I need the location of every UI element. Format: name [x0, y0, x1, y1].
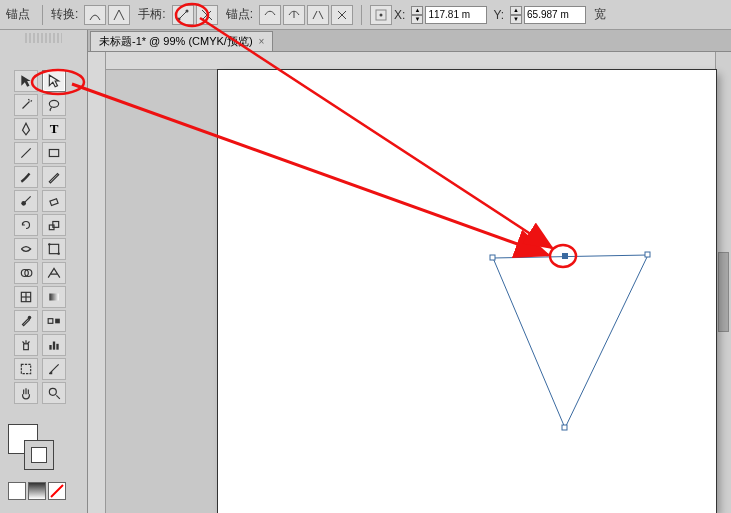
svg-rect-12 — [50, 199, 58, 206]
svg-point-32 — [49, 388, 56, 395]
svg-rect-25 — [48, 319, 53, 324]
svg-rect-10 — [49, 150, 58, 157]
anchor-remove-button[interactable] — [259, 5, 281, 25]
free-transform-tool[interactable] — [42, 238, 66, 260]
hand-tool[interactable] — [14, 382, 38, 404]
rectangle-tool[interactable] — [42, 142, 66, 164]
convert-smooth-button[interactable] — [84, 5, 106, 25]
svg-line-34 — [51, 485, 63, 497]
scale-tool[interactable] — [42, 214, 66, 236]
svg-rect-29 — [53, 342, 55, 350]
svg-point-2 — [185, 9, 188, 12]
brush-tool[interactable] — [14, 166, 38, 188]
width-tool[interactable] — [14, 238, 38, 260]
y-stepper[interactable]: ▲▼ — [510, 6, 522, 24]
divider — [361, 5, 362, 25]
blob-brush-tool[interactable] — [14, 190, 38, 212]
shape-builder-tool[interactable] — [14, 262, 38, 284]
svg-rect-36 — [645, 252, 650, 257]
svg-point-1 — [177, 17, 180, 20]
toolbox: T — [0, 30, 88, 513]
document-tab-title: 未标题-1* @ 99% (CMYK/预览) — [99, 34, 253, 49]
svg-rect-15 — [49, 244, 58, 253]
pencil-tool[interactable] — [42, 166, 66, 188]
eyedropper-tool[interactable] — [14, 310, 38, 332]
color-mode-row — [8, 482, 66, 500]
anchor-cut-button[interactable] — [331, 5, 353, 25]
symbol-sprayer-tool[interactable] — [14, 334, 38, 356]
y-input[interactable] — [524, 6, 586, 24]
anchor-add-button[interactable] — [283, 5, 305, 25]
handle-show-button[interactable] — [172, 5, 194, 25]
column-graph-tool[interactable] — [42, 334, 66, 356]
pen-tool[interactable] — [14, 118, 38, 140]
scrollbar-thumb[interactable] — [718, 252, 729, 332]
control-bar: 锚点 转换: 手柄: 锚点: X: ▲▼ Y: ▲▼ 宽 — [0, 0, 731, 30]
document-tab[interactable]: 未标题-1* @ 99% (CMYK/预览) × — [90, 31, 273, 51]
vertical-scrollbar[interactable] — [715, 52, 731, 513]
lasso-tool[interactable] — [42, 94, 66, 116]
anchor-label: 锚点 — [6, 6, 30, 23]
svg-point-17 — [58, 253, 60, 255]
reference-point-button[interactable] — [370, 5, 392, 25]
svg-line-0 — [179, 11, 187, 19]
svg-point-8 — [49, 100, 58, 107]
svg-point-24 — [28, 316, 32, 320]
svg-rect-31 — [21, 364, 30, 373]
svg-rect-35 — [490, 255, 495, 260]
divider — [42, 5, 43, 25]
stroke-swatch[interactable] — [24, 440, 54, 470]
mesh-tool[interactable] — [14, 286, 38, 308]
slice-tool[interactable] — [42, 358, 66, 380]
zoom-tool[interactable] — [42, 382, 66, 404]
line-tool[interactable] — [14, 142, 38, 164]
x-input[interactable] — [425, 6, 487, 24]
gradient-tool[interactable] — [42, 286, 66, 308]
convert-corner-button[interactable] — [108, 5, 130, 25]
ruler-vertical — [88, 52, 106, 513]
x-stepper[interactable]: ▲▼ — [411, 6, 423, 24]
svg-rect-27 — [24, 344, 29, 350]
handle-hide-button[interactable] — [196, 5, 218, 25]
svg-point-16 — [48, 243, 50, 245]
svg-rect-37 — [562, 425, 567, 430]
type-tool[interactable]: T — [42, 118, 66, 140]
handle-label: 手柄: — [138, 6, 165, 23]
svg-line-9 — [21, 148, 30, 157]
document-tab-bar: 未标题-1* @ 99% (CMYK/预览) × — [0, 30, 731, 52]
eraser-tool[interactable] — [42, 190, 66, 212]
svg-rect-23 — [49, 294, 58, 301]
color-mode-gradient[interactable] — [28, 482, 46, 500]
close-icon[interactable]: × — [259, 36, 265, 47]
anchor-connect-button[interactable] — [307, 5, 329, 25]
ruler-horizontal — [88, 52, 731, 70]
vector-drawing — [218, 70, 716, 513]
toolbox-drag-handle[interactable] — [25, 33, 62, 43]
x-label: X: — [394, 8, 405, 22]
rotate-tool[interactable] — [14, 214, 38, 236]
perspective-grid-tool[interactable] — [42, 262, 66, 284]
blend-tool[interactable] — [42, 310, 66, 332]
color-mode-solid[interactable] — [8, 482, 26, 500]
svg-rect-26 — [55, 319, 60, 324]
color-mode-none[interactable] — [48, 482, 66, 500]
svg-rect-38 — [562, 253, 568, 259]
artboard-tool[interactable] — [14, 358, 38, 380]
svg-rect-28 — [49, 345, 51, 350]
artboard[interactable] — [218, 70, 716, 513]
svg-point-7 — [380, 13, 383, 16]
anchor2-label: 锚点: — [226, 6, 253, 23]
selection-tool[interactable] — [14, 70, 38, 92]
magic-wand-tool[interactable] — [14, 94, 38, 116]
direct-selection-tool[interactable] — [42, 70, 66, 92]
width-label: 宽 — [594, 6, 606, 23]
y-label: Y: — [493, 8, 504, 22]
convert-label: 转换: — [51, 6, 78, 23]
svg-line-33 — [56, 395, 60, 399]
svg-rect-30 — [56, 344, 58, 350]
